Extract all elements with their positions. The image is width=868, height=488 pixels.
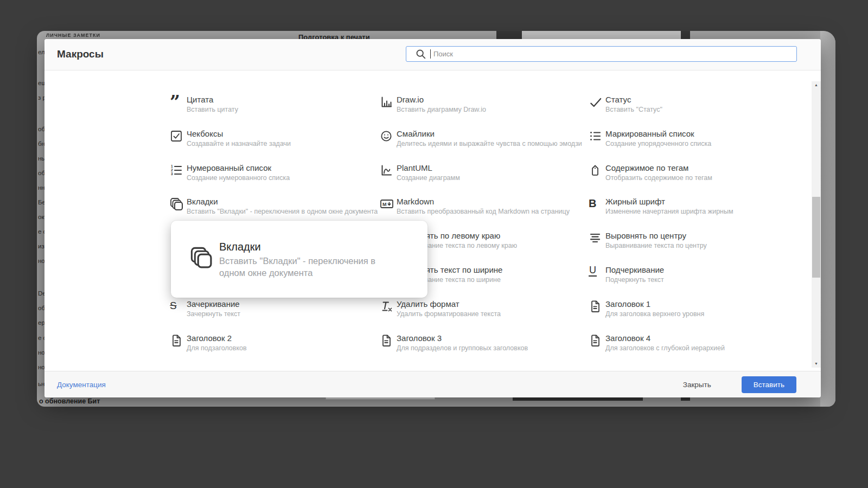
macro-item-title: Зачеркивание [187, 299, 240, 309]
document-icon [380, 333, 397, 349]
scroll-up-arrow-icon[interactable]: ▲ [812, 81, 821, 89]
scrollbar-thumb[interactable] [812, 197, 820, 278]
macro-item[interactable]: PlantUMLСоздание диаграмм [380, 163, 460, 182]
strikethrough-icon: S [170, 299, 187, 312]
macro-item-title: PlantUML [397, 163, 460, 173]
macro-item-title: Удалить формат [397, 299, 501, 309]
screen: ЛИЧНЫЕ ЗАМЕТКИ Подготовка к печати елиещ… [0, 0, 868, 488]
smiley-icon [380, 129, 397, 145]
macro-item-title: Выровнять по центру [605, 231, 707, 241]
macro-tooltip: Вкладки Вставить "Вкладки" - переключени… [171, 221, 427, 298]
macro-item[interactable]: СмайликиДелитесь идеями и выражайте чувс… [380, 129, 582, 148]
close-button[interactable]: Закрыть [678, 377, 717, 392]
checkbox-icon [170, 129, 187, 145]
background-dark-block [496, 31, 522, 39]
macros-dialog: Макросы ”ЦитатаВставить цитатуЧекбоксыСо… [44, 39, 821, 397]
search-icon [415, 48, 427, 62]
text-caret [430, 49, 431, 59]
background-window-edge [820, 31, 835, 407]
document-icon [589, 333, 605, 349]
macro-item-desc: Выравнивание текста по центру [605, 242, 707, 250]
macro-item-title: Цитата [187, 95, 238, 105]
tooltip-description: Вставить "Вкладки" - переключения в одно… [219, 255, 404, 279]
macro-item-desc: Подчеркнуть текст [605, 276, 664, 284]
macro-item-title: Markdown [397, 197, 570, 207]
macro-item[interactable]: ЧекбоксыСоздавайте и назначайте задачи [170, 129, 291, 148]
background-text-fragment: бн [38, 140, 45, 147]
search-box[interactable] [406, 46, 797, 62]
macro-item[interactable]: Выровнять по центруВыравнивание текста п… [589, 231, 707, 250]
drawio-icon [380, 95, 397, 111]
macro-list: ”ЦитатаВставить цитатуЧекбоксыСоздавайте… [44, 71, 821, 371]
tag-icon [589, 163, 605, 179]
background-text-fragment: ЛИЧНЫЕ ЗАМЕТКИ [46, 33, 100, 38]
macro-item-desc: Для заголовка верхнего уровня [605, 310, 704, 318]
bold-icon: B [589, 197, 605, 209]
macro-item[interactable]: SЗачеркиваниеЗачеркнуть текст [170, 299, 240, 318]
macro-item-desc: Зачеркнуть текст [187, 310, 240, 318]
search-input[interactable] [431, 47, 789, 61]
macro-item-title: Жирный шрифт [605, 197, 733, 207]
macro-item-title: Содержимое по тегам [605, 163, 712, 173]
macro-item[interactable]: Заголовок 2Для подзаголовков [170, 333, 247, 352]
macro-item-desc: Создание упорядоченного списка [605, 140, 711, 148]
background-text-fragment: о обновление Бит [39, 397, 100, 405]
background-text-fragment: но [38, 258, 45, 264]
document-icon [589, 299, 605, 315]
quote-icon: ” [170, 95, 187, 111]
macro-item[interactable]: Содержимое по тегамОтобразить содержимое… [589, 163, 712, 182]
background-text-fragment: из [38, 243, 44, 249]
macro-item-desc: Вставить "Вкладки" - переключения в одно… [187, 208, 378, 216]
background-text-fragment: ер [38, 319, 45, 326]
check-icon [589, 95, 605, 112]
svg-text:M: M [382, 202, 387, 207]
macro-item[interactable]: UПодчеркиваниеПодчеркнуть текст [589, 265, 664, 284]
insert-button[interactable]: Вставить [742, 376, 796, 393]
macro-item-title: Заголовок 4 [605, 333, 725, 343]
macro-item[interactable]: Заголовок 1Для заголовка верхнего уровня [589, 299, 704, 318]
macro-item[interactable]: ВкладкиВставить "Вкладки" - переключения… [170, 197, 378, 216]
macro-item-title: Вкладки [187, 197, 378, 207]
background-light-block [522, 31, 685, 39]
macro-item[interactable]: Удалить форматУдалить форматирование тек… [380, 299, 501, 318]
svg-text:1: 1 [171, 164, 173, 168]
documentation-link[interactable]: Документация [57, 381, 106, 389]
macro-item[interactable]: MMarkdownВставить преобразованный код Ma… [380, 197, 570, 216]
plantuml-icon [380, 163, 397, 179]
macro-item-title: Чекбоксы [187, 129, 291, 139]
clear-format-icon [380, 299, 397, 315]
dialog-title: Макросы [57, 48, 104, 60]
macro-item[interactable]: СтатусВставить "Статус" [589, 95, 662, 114]
underline-icon: U [589, 265, 605, 275]
macro-item-title: Заголовок 1 [605, 299, 704, 309]
macro-item-desc: Вставить "Статус" [605, 106, 662, 114]
markdown-icon: M [380, 197, 397, 213]
macro-item[interactable]: ”ЦитатаВставить цитату [170, 95, 238, 114]
macro-item-title: Draw.io [397, 95, 486, 105]
macro-item-title: Заголовок 2 [187, 333, 247, 343]
macro-item[interactable]: 123Нумерованный списокСоздание нумерован… [170, 163, 290, 182]
scrollbar[interactable]: ▲ ▼ [812, 81, 821, 368]
macro-item-desc: Для подзаголовков [187, 344, 247, 352]
macro-item[interactable]: Маркированный списокСоздание упорядоченн… [589, 129, 711, 148]
document-icon [170, 333, 187, 349]
svg-text:3: 3 [171, 172, 173, 176]
macro-item-title: Подчеркивание [605, 265, 664, 275]
macro-item[interactable]: Draw.ioВставить диаграмму Draw.io [380, 95, 486, 114]
tabs-icon [170, 197, 187, 214]
macro-item[interactable]: BЖирный шрифтИзменение начертания шрифта… [589, 197, 733, 216]
macro-item[interactable]: Заголовок 4Для заголовков с глубокой иер… [589, 333, 725, 352]
scroll-down-arrow-icon[interactable]: ▼ [812, 360, 821, 368]
background-text-fragment: нн [38, 184, 45, 191]
tabs-icon [190, 246, 217, 272]
macro-item-desc: Для подразделов и групповых заголовков [397, 344, 528, 352]
macro-item-desc: Удалить форматирование текста [397, 310, 501, 318]
dialog-header: Макросы [44, 39, 821, 70]
macro-item-title: Нумерованный список [187, 163, 290, 173]
macro-item-desc: Отобразить содержимое по тегам [605, 174, 712, 182]
macro-item-desc: Делитесь идеями и выражайте чувства с по… [397, 140, 582, 148]
macro-item[interactable]: Заголовок 3Для подразделов и групповых з… [380, 333, 528, 352]
tooltip-title: Вкладки [219, 240, 404, 253]
svg-text:2: 2 [171, 168, 173, 172]
macro-item-title: Маркированный список [605, 129, 711, 139]
